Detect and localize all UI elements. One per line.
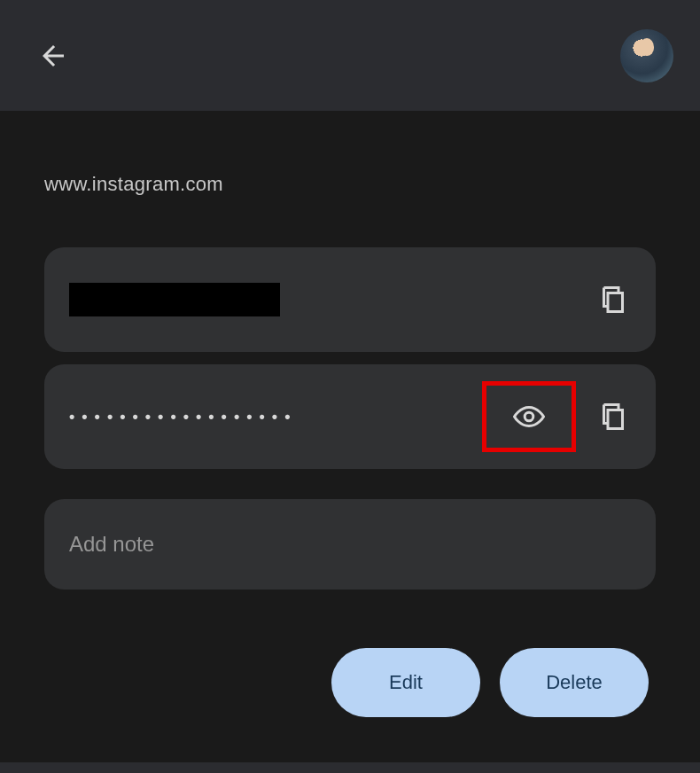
arrow-left-icon: [37, 40, 69, 72]
svg-point-0: [525, 412, 533, 421]
back-button[interactable]: [35, 38, 71, 74]
edit-button[interactable]: Edit: [331, 648, 480, 717]
show-password-highlight: [482, 381, 576, 452]
username-redacted: [69, 283, 280, 316]
copy-username-button[interactable]: [595, 282, 631, 317]
note-field[interactable]: Add note: [44, 499, 656, 590]
header-bar: [0, 0, 700, 111]
copy-password-button[interactable]: [595, 399, 631, 434]
site-url: www.instagram.com: [44, 173, 656, 196]
content-area: www.instagram.com ••••••••••••••••••: [0, 173, 700, 717]
password-actions: [482, 381, 631, 452]
show-password-button[interactable]: [508, 402, 550, 432]
bottom-bar: [0, 762, 700, 773]
copy-icon: [597, 284, 629, 316]
password-value: ••••••••••••••••••: [69, 408, 482, 426]
username-field[interactable]: [44, 247, 656, 352]
eye-icon: [513, 401, 545, 433]
username-actions: [595, 282, 631, 317]
profile-avatar[interactable]: [620, 29, 673, 82]
action-button-row: Edit Delete: [44, 648, 656, 717]
username-value: [69, 283, 595, 316]
note-placeholder: Add note: [69, 532, 154, 557]
password-field[interactable]: ••••••••••••••••••: [44, 364, 656, 469]
delete-button[interactable]: Delete: [500, 648, 649, 717]
copy-icon: [597, 401, 629, 433]
